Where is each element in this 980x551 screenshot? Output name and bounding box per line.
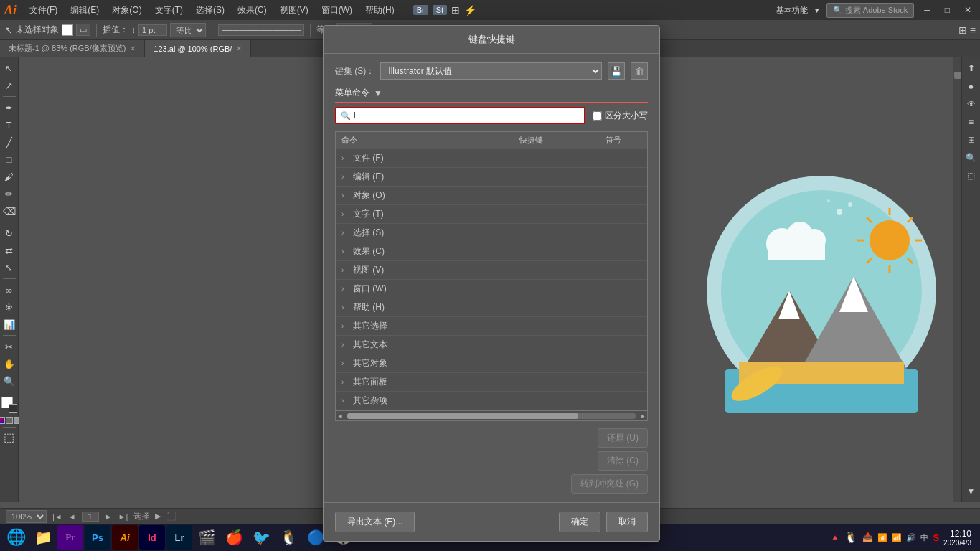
- cmd-row-file[interactable]: › 文件 (F): [336, 149, 647, 168]
- cancel-button[interactable]: 取消: [606, 512, 648, 532]
- page-input[interactable]: [82, 512, 99, 522]
- clear-button[interactable]: 清除 (C): [598, 451, 648, 471]
- cmd-row-other-misc[interactable]: › 其它杂项: [336, 392, 647, 410]
- cmd-row-select[interactable]: › 选择 (S): [336, 224, 647, 242]
- right-btn-2[interactable]: ♠: [963, 78, 979, 94]
- taskbar-photoshop[interactable]: Ps: [85, 525, 110, 550]
- none-icon[interactable]: [6, 417, 13, 424]
- stroke-type-select[interactable]: ▭: [76, 24, 90, 36]
- right-btn-1[interactable]: ⬆: [963, 60, 979, 76]
- bar-chart-tool[interactable]: 📊: [1, 316, 17, 332]
- rect-tool[interactable]: □: [1, 151, 17, 167]
- h-scrollbar[interactable]: ◄ ►: [335, 411, 648, 421]
- cmd-row-object[interactable]: › 对象 (O): [336, 187, 647, 205]
- menu-view[interactable]: 视图(V): [274, 3, 314, 18]
- zoom-select[interactable]: 100%: [6, 510, 47, 523]
- canvas-vscroll[interactable]: [953, 57, 961, 502]
- export-text-button[interactable]: 导出文本 (E)...: [335, 512, 415, 532]
- taskbar-lightroom[interactable]: Lr: [166, 525, 192, 550]
- tray-icon-2[interactable]: 🐧: [844, 531, 858, 544]
- taskbar-penguin[interactable]: 🐧: [275, 525, 301, 550]
- interpolate-value[interactable]: [138, 24, 167, 36]
- h-scroll-left[interactable]: ◄: [336, 412, 344, 420]
- tab-123[interactable]: 123.ai @ 100% (RGB/ ✕: [145, 40, 251, 57]
- right-btn-4[interactable]: ≡: [963, 114, 979, 130]
- tray-icon-1[interactable]: 🔺: [830, 533, 840, 542]
- stroke-color-box2[interactable]: [9, 404, 17, 413]
- arrange-icon[interactable]: ⊞: [958, 24, 967, 36]
- cmd-row-other-object[interactable]: › 其它对象: [336, 354, 647, 373]
- panel-icon[interactable]: ≡: [970, 24, 976, 36]
- line-tool[interactable]: ╱: [1, 134, 17, 150]
- revert-button[interactable]: 还原 (U): [598, 428, 648, 448]
- taskbar-explorer[interactable]: 📁: [30, 525, 56, 550]
- select-tool[interactable]: ↖: [1, 60, 17, 76]
- taskbar-premiere[interactable]: Pr: [57, 525, 83, 550]
- maximize-button[interactable]: □: [941, 5, 954, 15]
- right-btn-7[interactable]: ⬚: [963, 168, 979, 184]
- commands-table[interactable]: 命令 快捷键 符号 › 文件 (F) › 编辑 (E) ›: [335, 131, 648, 411]
- menu-help[interactable]: 帮助(H): [359, 3, 400, 18]
- color-mode-icon[interactable]: [0, 417, 5, 424]
- taskbar-illustrator[interactable]: Ai: [112, 525, 138, 550]
- cmd-row-window[interactable]: › 窗口 (W): [336, 280, 647, 298]
- menu-text[interactable]: 文字(T): [149, 3, 189, 18]
- nav-prev[interactable]: ◄: [68, 512, 76, 521]
- menu-file[interactable]: 文件(F): [24, 3, 63, 18]
- status-stop[interactable]: ⬛: [166, 512, 176, 521]
- ok-button[interactable]: 确定: [559, 512, 600, 532]
- nav-next2[interactable]: ►|: [118, 512, 128, 521]
- taskbar-media[interactable]: 🎬: [194, 525, 220, 550]
- stock-icon[interactable]: St: [433, 5, 447, 15]
- workspace-dropdown-icon[interactable]: ▼: [814, 6, 821, 14]
- category-chevron[interactable]: ▼: [374, 88, 382, 98]
- zoom-tool[interactable]: 🔍: [1, 373, 17, 389]
- clock[interactable]: 12:10 2020/4/3: [943, 529, 971, 547]
- hand-tool[interactable]: ✋: [1, 356, 17, 372]
- tab-123-close[interactable]: ✕: [236, 44, 242, 52]
- bridge-icon[interactable]: Br: [413, 5, 428, 15]
- tray-lang[interactable]: 中: [920, 532, 928, 543]
- taskbar-fruit[interactable]: 🍎: [221, 525, 247, 550]
- search-input[interactable]: [354, 110, 580, 121]
- menu-effect[interactable]: 效果(C): [232, 3, 273, 18]
- right-btn-6[interactable]: 🔍: [963, 150, 979, 166]
- eraser-tool[interactable]: ⌫: [1, 203, 17, 219]
- tray-icon-4[interactable]: 📶: [877, 533, 887, 542]
- scale-tool[interactable]: ⤡: [1, 260, 17, 276]
- sync-icon[interactable]: ⚡: [464, 4, 476, 16]
- pen-tool[interactable]: ✒: [1, 100, 17, 116]
- nav-prev2[interactable]: |◄: [52, 512, 62, 521]
- taskbar-browser[interactable]: 🌐: [3, 525, 29, 550]
- workspace-label[interactable]: 基本功能: [776, 5, 808, 16]
- case-sensitive-checkbox[interactable]: [593, 111, 602, 121]
- menu-object[interactable]: 对象(O): [106, 3, 147, 18]
- taskbar-bird[interactable]: 🐦: [248, 525, 274, 550]
- rotate-tool[interactable]: ↻: [1, 225, 17, 241]
- tray-icon-3[interactable]: 📥: [862, 532, 873, 542]
- slice-tool[interactable]: ✂: [1, 339, 17, 354]
- nav-next[interactable]: ►: [105, 512, 113, 521]
- cmd-row-other-select[interactable]: › 其它选择: [336, 317, 647, 336]
- reflect-tool[interactable]: ⇄: [1, 242, 17, 258]
- cmd-row-other-panel[interactable]: › 其它面板: [336, 373, 647, 392]
- symbol-tool[interactable]: ※: [1, 299, 17, 315]
- stroke-input[interactable]: [218, 24, 304, 36]
- cmd-row-text[interactable]: › 文字 (T): [336, 205, 647, 224]
- tray-icon-6[interactable]: 🔊: [906, 533, 916, 542]
- keyset-select[interactable]: Illustrator 默认值: [380, 62, 602, 80]
- direct-select-tool[interactable]: ↗: [1, 77, 17, 93]
- cmd-row-other-text[interactable]: › 其它文本: [336, 336, 647, 354]
- tab-untitled-close[interactable]: ✕: [130, 44, 136, 52]
- close-button[interactable]: ✕: [960, 5, 976, 15]
- h-scroll-right[interactable]: ►: [639, 412, 647, 420]
- interpolate-select[interactable]: 等比: [170, 23, 206, 37]
- tray-security[interactable]: S: [933, 532, 939, 543]
- grid-icon[interactable]: ⊞: [451, 4, 460, 16]
- keyset-save-btn[interactable]: 💾: [608, 62, 625, 80]
- tab-untitled[interactable]: 未标题-1 @ 83% (RGB/像素预览) ✕: [0, 40, 145, 57]
- cmd-row-help[interactable]: › 帮助 (H): [336, 298, 647, 317]
- goto-conflict-button[interactable]: 转到冲突处 (G): [571, 474, 648, 494]
- minimize-button[interactable]: ─: [920, 5, 935, 15]
- pencil-tool[interactable]: ✏: [1, 186, 17, 202]
